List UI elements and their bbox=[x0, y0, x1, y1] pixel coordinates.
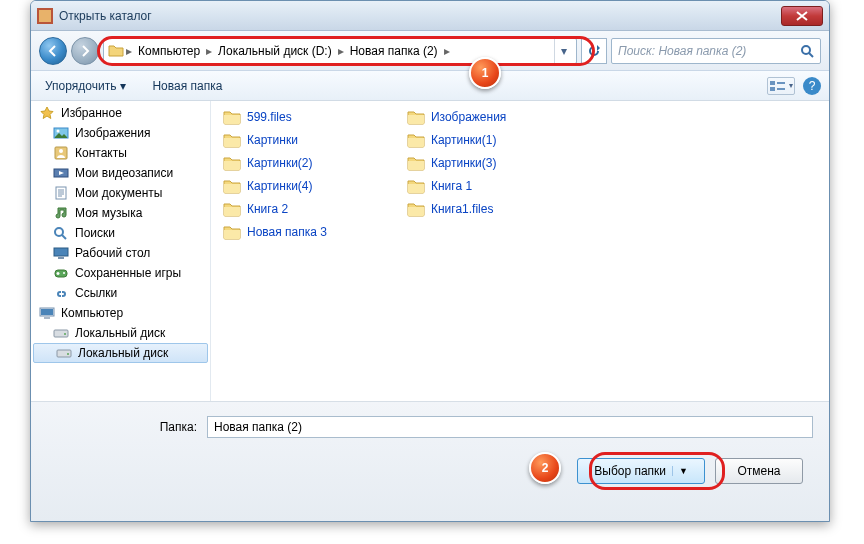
folder-icon bbox=[223, 178, 241, 194]
sidebar-item-label: Мои документы bbox=[75, 186, 162, 200]
cancel-button[interactable]: Отмена bbox=[715, 458, 803, 484]
navigation-sidebar[interactable]: ИзбранноеИзображенияКонтактыМои видеозап… bbox=[31, 101, 211, 401]
svg-rect-6 bbox=[777, 88, 785, 90]
folder-item[interactable]: Картинки(4) bbox=[223, 176, 327, 196]
view-options-button[interactable]: ▾ bbox=[767, 77, 795, 95]
sidebar-item[interactable]: Контакты bbox=[31, 143, 210, 163]
app-icon bbox=[37, 8, 53, 24]
sidebar-item[interactable]: Изображения bbox=[31, 123, 210, 143]
search-placeholder: Поиск: Новая папка (2) bbox=[618, 44, 746, 58]
folder-label: Картинки(4) bbox=[247, 179, 313, 193]
titlebar: Открыть каталог bbox=[31, 1, 829, 31]
folder-icon bbox=[407, 132, 425, 148]
help-button[interactable]: ? bbox=[803, 77, 821, 95]
sidebar-item[interactable]: Компьютер bbox=[31, 303, 210, 323]
svg-point-8 bbox=[57, 130, 60, 133]
breadcrumb-segment[interactable]: Компьютер bbox=[134, 40, 204, 62]
select-folder-button[interactable]: Выбор папки ▼ bbox=[577, 458, 705, 484]
sidebar-item-label: Локальный диск bbox=[75, 326, 165, 340]
folder-label: Картинки bbox=[247, 133, 298, 147]
sidebar-item[interactable]: Поиски bbox=[31, 223, 210, 243]
contacts-icon bbox=[53, 146, 69, 160]
svg-point-22 bbox=[64, 333, 66, 335]
close-button[interactable] bbox=[781, 6, 823, 26]
new-folder-button[interactable]: Новая папка bbox=[146, 76, 228, 96]
sidebar-item[interactable]: Локальный диск bbox=[33, 343, 208, 363]
sidebar-item[interactable]: Ссылки bbox=[31, 283, 210, 303]
sidebar-item[interactable]: Мои видеозаписи bbox=[31, 163, 210, 183]
sidebar-item-label: Изображения bbox=[75, 126, 150, 140]
search-input[interactable]: Поиск: Новая папка (2) bbox=[611, 38, 821, 64]
svg-point-2 bbox=[802, 46, 810, 54]
folder-item[interactable]: Книга 1 bbox=[407, 176, 506, 196]
breadcrumb-segment[interactable]: Локальный диск (D:) bbox=[214, 40, 336, 62]
sidebar-item-label: Рабочий стол bbox=[75, 246, 150, 260]
folder-icon bbox=[407, 155, 425, 171]
search-icon bbox=[800, 44, 814, 58]
folder-item[interactable]: Картинки(2) bbox=[223, 153, 327, 173]
folder-item[interactable]: Книга1.files bbox=[407, 199, 506, 219]
folder-label: Изображения bbox=[431, 110, 506, 124]
svg-rect-1 bbox=[39, 10, 51, 22]
refresh-icon bbox=[587, 44, 601, 58]
breadcrumb[interactable]: ▸ Компьютер ▸ Локальный диск (D:) ▸ Нова… bbox=[103, 38, 577, 64]
sidebar-item[interactable]: Сохраненные игры bbox=[31, 263, 210, 283]
folder-label: Новая папка 3 bbox=[247, 225, 327, 239]
folder-label: Книга1.files bbox=[431, 202, 493, 216]
folder-label: Картинки(2) bbox=[247, 156, 313, 170]
sidebar-item[interactable]: Рабочий стол bbox=[31, 243, 210, 263]
command-toolbar: Упорядочить ▾ Новая папка ▾ ? bbox=[31, 71, 829, 101]
sidebar-item[interactable]: Мои документы bbox=[31, 183, 210, 203]
drive-icon bbox=[53, 326, 69, 340]
folder-name-input[interactable] bbox=[207, 416, 813, 438]
breadcrumb-segment[interactable]: Новая папка (2) bbox=[346, 40, 442, 62]
sidebar-item[interactable]: Моя музыка bbox=[31, 203, 210, 223]
folder-label: Книга 1 bbox=[431, 179, 472, 193]
folder-label: Книга 2 bbox=[247, 202, 288, 216]
svg-rect-12 bbox=[56, 187, 66, 199]
chevron-down-icon: ▼ bbox=[672, 466, 688, 476]
folder-content[interactable]: 599.filesКартинкиКартинки(2)Картинки(4)К… bbox=[211, 101, 829, 401]
folder-icon bbox=[223, 155, 241, 171]
sidebar-item[interactable]: Локальный диск bbox=[31, 323, 210, 343]
docs-icon bbox=[53, 186, 69, 200]
forward-button[interactable] bbox=[71, 37, 99, 65]
sidebar-item-label: Моя музыка bbox=[75, 206, 142, 220]
arrow-right-icon bbox=[79, 45, 91, 57]
chevron-down-icon: ▾ bbox=[789, 81, 793, 90]
svg-rect-3 bbox=[770, 81, 775, 85]
question-icon: ? bbox=[809, 79, 816, 93]
folder-item[interactable]: Книга 2 bbox=[223, 199, 327, 219]
video-icon bbox=[53, 166, 69, 180]
folder-icon bbox=[223, 201, 241, 217]
refresh-button[interactable] bbox=[581, 38, 607, 64]
sidebar-item[interactable]: Избранное bbox=[31, 103, 210, 123]
folder-item[interactable]: Картинки(1) bbox=[407, 130, 506, 150]
sidebar-item-label: Поиски bbox=[75, 226, 115, 240]
folder-item[interactable]: Картинки bbox=[223, 130, 327, 150]
svg-rect-15 bbox=[58, 257, 64, 259]
folder-item[interactable]: 599.files bbox=[223, 107, 327, 127]
folder-icon bbox=[223, 132, 241, 148]
folder-icon bbox=[407, 178, 425, 194]
desktop-icon bbox=[53, 246, 69, 260]
folder-field-label: Папка: bbox=[47, 420, 197, 434]
music-icon bbox=[53, 206, 69, 220]
folder-icon bbox=[407, 109, 425, 125]
folder-label: Картинки(1) bbox=[431, 133, 497, 147]
svg-rect-20 bbox=[44, 317, 50, 319]
sidebar-item-label: Сохраненные игры bbox=[75, 266, 181, 280]
organize-button[interactable]: Упорядочить ▾ bbox=[39, 76, 132, 96]
folder-item[interactable]: Изображения bbox=[407, 107, 506, 127]
svg-rect-5 bbox=[777, 82, 785, 84]
breadcrumb-dropdown[interactable]: ▾ bbox=[554, 39, 572, 63]
svg-rect-19 bbox=[41, 309, 53, 315]
svg-rect-4 bbox=[770, 87, 775, 91]
svg-rect-23 bbox=[57, 350, 71, 357]
open-folder-dialog: Открыть каталог ▸ Компьютер ▸ Локальный … bbox=[30, 0, 830, 522]
links-icon bbox=[53, 286, 69, 300]
search-icon bbox=[53, 226, 69, 240]
back-button[interactable] bbox=[39, 37, 67, 65]
folder-item[interactable]: Новая папка 3 bbox=[223, 222, 327, 242]
folder-item[interactable]: Картинки(3) bbox=[407, 153, 506, 173]
